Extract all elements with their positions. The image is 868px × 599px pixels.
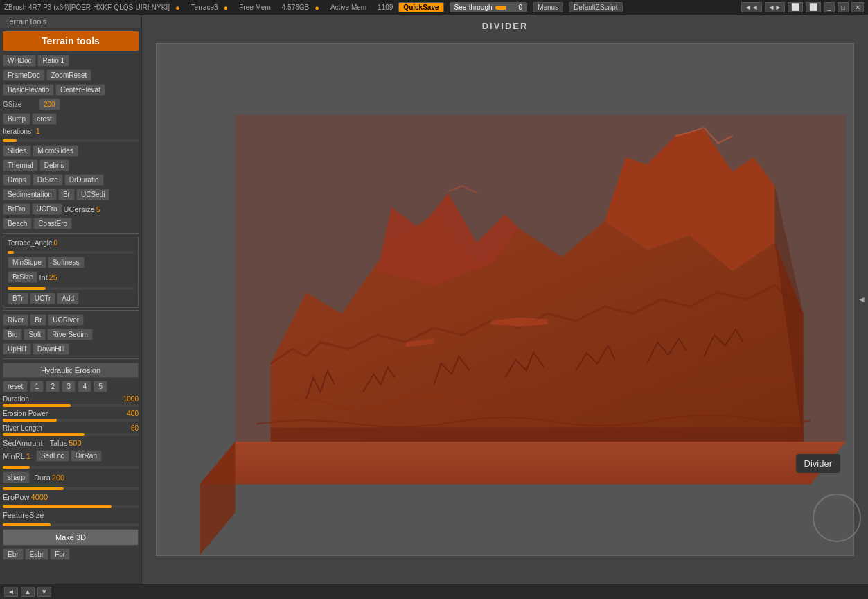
active-mem-label: Active Mem bbox=[330, 3, 366, 11]
btr-button[interactable]: BTr bbox=[8, 293, 28, 304]
debris-button[interactable]: Debris bbox=[39, 159, 69, 171]
default-zscript-button[interactable]: DefaultZScript bbox=[569, 2, 622, 12]
slides-button[interactable]: Slides bbox=[3, 145, 31, 157]
make3d-button[interactable]: Make 3D bbox=[3, 529, 139, 546]
dura-slider[interactable] bbox=[3, 487, 139, 490]
erosion-power-slider[interactable] bbox=[3, 419, 139, 422]
minrl-slider[interactable] bbox=[3, 466, 139, 469]
ucriver-button[interactable]: UCRiver bbox=[48, 314, 84, 326]
brero-button[interactable]: BrEro bbox=[3, 203, 30, 215]
filename: Terrace3 bbox=[191, 3, 218, 11]
row-btr: BTr UCTr Add bbox=[5, 291, 136, 306]
icon-btn-7[interactable]: ✕ bbox=[851, 2, 864, 12]
icon-btn-6[interactable]: □ bbox=[838, 2, 849, 12]
framedoc-button[interactable]: FrameDoc bbox=[3, 69, 45, 81]
reset-button[interactable]: reset bbox=[3, 381, 28, 392]
icon-btn-3[interactable]: ⬜ bbox=[788, 2, 803, 12]
duration-slider[interactable] bbox=[3, 404, 139, 407]
downhill-button[interactable]: DownHill bbox=[33, 343, 69, 355]
soft-button[interactable]: Soft bbox=[24, 329, 46, 340]
row-whdoc: WHDoc Ratio 1 bbox=[0, 53, 141, 68]
see-through-control[interactable]: See-through 0 bbox=[450, 2, 528, 12]
bottom-btn-1[interactable]: ◄ bbox=[4, 587, 18, 597]
terrace-angle-slider[interactable] bbox=[8, 251, 134, 254]
dura-value: 200 bbox=[52, 474, 64, 482]
coastero-button[interactable]: CoastEro bbox=[33, 218, 72, 229]
minslope-button[interactable]: MinSlope bbox=[8, 257, 46, 268]
brsize-button[interactable]: BrSize bbox=[8, 271, 37, 283]
eropow-slider-fill bbox=[3, 505, 112, 508]
crest-button[interactable]: crest bbox=[32, 113, 57, 125]
ucsedi-button[interactable]: UCSedi bbox=[76, 189, 109, 200]
softness-button[interactable]: Softness bbox=[48, 257, 85, 268]
zoomreset-button[interactable]: ZoomReset bbox=[46, 69, 92, 81]
br2-button[interactable]: Br bbox=[30, 314, 46, 326]
num5-button[interactable]: 5 bbox=[94, 381, 107, 392]
ebr-button[interactable]: Ebr bbox=[3, 548, 24, 560]
sedloc-button[interactable]: SedLoc bbox=[36, 450, 69, 462]
row-minrl: MinRL 1 SedLoc DirRan bbox=[0, 449, 141, 463]
thermal-button[interactable]: Thermal bbox=[3, 159, 38, 171]
iterations-value: 1 bbox=[36, 128, 40, 135]
featuresize-slider-row bbox=[0, 521, 141, 528]
svg-marker-2 bbox=[200, 442, 235, 555]
num1-button[interactable]: 1 bbox=[30, 381, 44, 392]
duration-label: Duration bbox=[3, 395, 29, 403]
row-river: River Br UCRiver bbox=[0, 313, 141, 327]
beach-button[interactable]: Beach bbox=[3, 218, 32, 229]
gsize-value-button[interactable]: 200 bbox=[39, 98, 60, 110]
whdoc-button[interactable]: WHDoc bbox=[3, 55, 36, 67]
iterations-slider[interactable] bbox=[3, 139, 139, 142]
ucersize-label: UCersize bbox=[64, 205, 95, 214]
br-button[interactable]: Br bbox=[58, 189, 75, 200]
icon-btn-2[interactable]: ◄► bbox=[765, 2, 786, 12]
basic-elevation-button[interactable]: BasicElevatio bbox=[3, 84, 54, 96]
bottom-btn-2[interactable]: ▲ bbox=[21, 587, 35, 597]
icon-btn-1[interactable]: ◄◄ bbox=[741, 2, 762, 12]
fbr-button[interactable]: Fbr bbox=[50, 548, 70, 560]
dirran-button[interactable]: DirRan bbox=[71, 450, 102, 462]
eropow-slider[interactable] bbox=[3, 505, 139, 508]
terrain-canvas bbox=[156, 43, 854, 556]
river-button[interactable]: River bbox=[3, 314, 28, 326]
num2-button[interactable]: 2 bbox=[46, 381, 60, 392]
river-length-slider[interactable] bbox=[3, 433, 139, 436]
viewport[interactable]: DIVIDER bbox=[142, 15, 868, 584]
terrace-angle-label: Terrace_Angle bbox=[8, 239, 52, 247]
big-button[interactable]: Big bbox=[3, 329, 22, 340]
num3-button[interactable]: 3 bbox=[62, 381, 76, 392]
featuresize-slider[interactable] bbox=[3, 523, 139, 526]
bump-button[interactable]: Bump bbox=[3, 113, 30, 125]
bottom-btn-3[interactable]: ▼ bbox=[37, 587, 51, 597]
duration-row: Duration 1000 bbox=[0, 394, 141, 408]
sharp-button[interactable]: sharp bbox=[3, 471, 30, 483]
hydraulic-erosion-button[interactable]: Hydraulic Erosion bbox=[3, 363, 139, 378]
num4-button[interactable]: 4 bbox=[78, 381, 91, 392]
icon-btn-4[interactable]: ⬜ bbox=[806, 2, 821, 12]
row-gsize: GSize 200 bbox=[0, 97, 141, 112]
duration-value: 1000 bbox=[123, 395, 139, 403]
ucero-button[interactable]: UCEro bbox=[32, 203, 62, 215]
app-title: ZBrush 4R7 P3 (x64)[POER-HXKF-QLQS-UIRI-… bbox=[4, 3, 170, 11]
brsize-slider[interactable] bbox=[8, 287, 134, 290]
iterations-row: Iterations 1 bbox=[0, 126, 141, 137]
esbr-button[interactable]: Esbr bbox=[25, 548, 49, 560]
duration-slider-fill bbox=[3, 404, 71, 407]
drsize-button[interactable]: DrSize bbox=[33, 174, 63, 186]
menus-button[interactable]: Menus bbox=[533, 2, 563, 12]
sedimentation-button[interactable]: Sedimentation bbox=[3, 189, 57, 200]
microslides-button[interactable]: MicroSlides bbox=[33, 145, 78, 157]
drops-button[interactable]: Drops bbox=[3, 174, 31, 186]
dura-label: Dura bbox=[34, 474, 51, 482]
uctr-button[interactable]: UCTr bbox=[30, 293, 56, 304]
drduration-button[interactable]: DrDuratio bbox=[64, 174, 104, 186]
collapse-arrow[interactable]: ◄ bbox=[856, 292, 868, 307]
river-length-row: River Length 60 bbox=[0, 423, 141, 437]
icon-btn-5[interactable]: _ bbox=[824, 2, 835, 12]
riversedim-button[interactable]: RiverSedim bbox=[47, 329, 93, 340]
ratio1-button[interactable]: Ratio 1 bbox=[37, 55, 69, 67]
quicksave-button[interactable]: QuickSave bbox=[398, 2, 443, 12]
add-button[interactable]: Add bbox=[57, 293, 79, 304]
uphill-button[interactable]: UpHill bbox=[3, 343, 31, 355]
center-elevat-button[interactable]: CenterElevat bbox=[55, 84, 105, 96]
